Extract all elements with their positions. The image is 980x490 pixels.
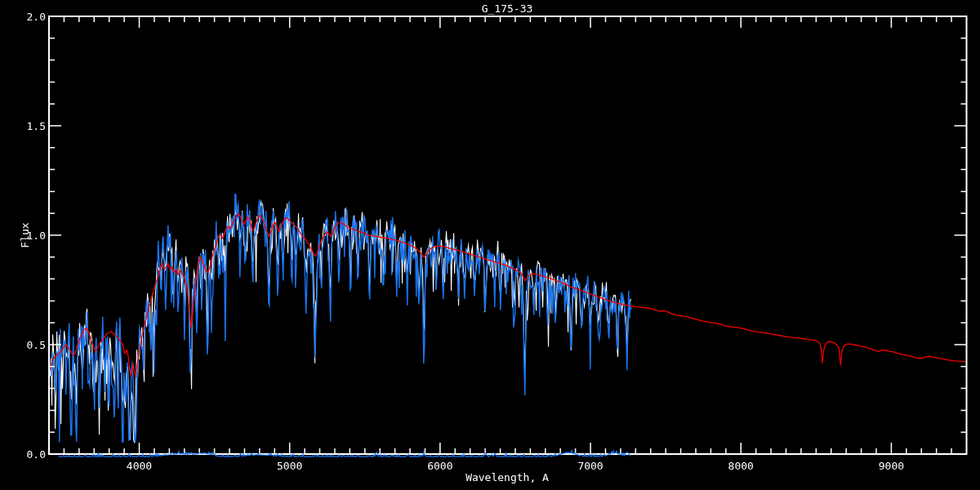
spectrum-plot-canvas — [0, 0, 980, 490]
y-tick-label: 0.0 — [18, 448, 46, 461]
plot-title: G_175-33 — [482, 2, 533, 15]
x-axis-label: Wavelength, A — [466, 471, 549, 483]
x-tick-label: 5000 — [277, 460, 302, 472]
spectrum-plot-figure: G_175-33 Flux Wavelength, A 400050006000… — [0, 0, 980, 490]
x-tick-label: 4000 — [127, 460, 152, 472]
y-tick-label: 1.5 — [18, 120, 46, 132]
x-tick-label: 9000 — [879, 460, 904, 472]
x-tick-label: 6000 — [427, 460, 452, 472]
x-tick-label: 8000 — [728, 460, 754, 472]
x-tick-label: 7000 — [577, 460, 603, 472]
y-tick-label: 1.0 — [18, 229, 46, 242]
y-tick-label: 2.0 — [18, 11, 46, 23]
y-tick-label: 0.5 — [18, 339, 46, 351]
